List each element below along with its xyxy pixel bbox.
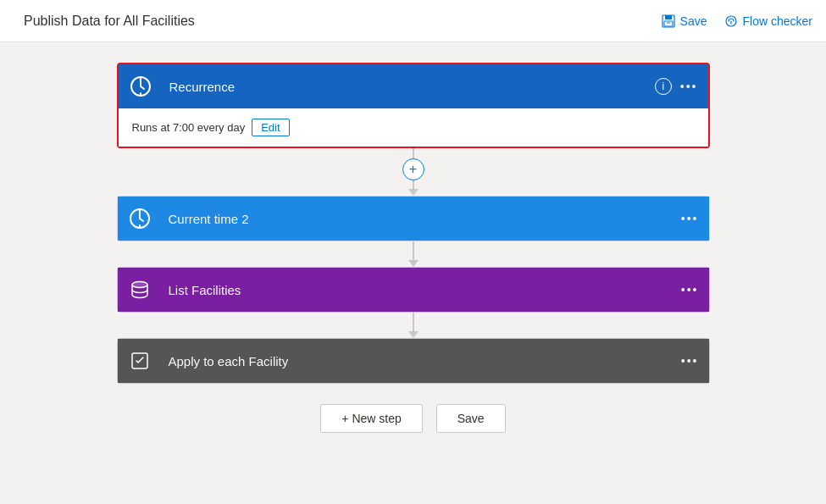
arrow-head-3 [408,331,419,338]
recurrence-body-text: Runs at 7:00 every day [132,121,246,134]
list-facilities-icon [118,268,162,312]
svg-point-12 [132,282,147,288]
apply-each-card[interactable]: Apply to each Facility ••• [117,338,710,384]
recurrence-title: Recurrence [163,80,655,94]
current-time-title: Current time 2 [162,212,681,226]
recurrence-header: Recurrence i ••• [119,64,708,108]
apply-each-more-icon[interactable]: ••• [681,354,699,368]
arrow-head-1 [408,189,419,196]
list-facilities-actions: ••• [681,283,699,296]
save-label: Save [680,14,707,28]
list-facilities-header: List Facilities ••• [118,268,709,312]
svg-rect-1 [665,15,672,19]
apply-each-header: Apply to each Facility ••• [118,339,709,383]
current-time-icon [118,197,162,241]
connector-line-bottom [413,180,414,189]
topbar: Publish Data for All Facilities Save Flo… [0,0,826,42]
current-time-actions: ••• [681,212,699,225]
recurrence-info-icon[interactable]: i [655,78,672,95]
new-step-button[interactable]: + New step [320,404,422,433]
bottom-actions: + New step Save [320,404,505,433]
connector-arrow-3 [408,313,419,338]
current-time-header: Current time 2 ••• [118,197,709,241]
apply-each-actions: ••• [681,354,699,368]
flow-checker-button[interactable]: Flow checker [724,14,812,28]
apply-each-icon [118,339,162,383]
recurrence-body: Runs at 7:00 every day Edit [119,108,708,147]
recurrence-more-icon[interactable]: ••• [680,80,698,93]
connector-arrow-2 [408,241,419,267]
arrow-line-3 [413,313,414,331]
recurrence-icon [119,64,163,108]
arrow-head-2 [408,260,419,267]
flow-canvas: Recurrence i ••• Runs at 7:00 every day … [0,42,826,504]
connector-line-top [413,148,414,158]
current-time-card[interactable]: Current time 2 ••• [117,196,710,241]
recurrence-edit-button[interactable]: Edit [252,119,289,136]
recurrence-card[interactable]: Recurrence i ••• Runs at 7:00 every day … [117,63,710,148]
save-button[interactable]: Save [662,14,707,28]
list-facilities-more-icon[interactable]: ••• [681,283,699,296]
list-facilities-card[interactable]: List Facilities ••• [117,267,710,313]
svg-rect-2 [664,21,673,26]
flow-checker-label: Flow checker [743,14,812,28]
page-title: Publish Data for All Facilities [24,14,651,29]
connector-1: + [117,148,710,196]
apply-each-title: Apply to each Facility [162,354,681,368]
recurrence-actions: i ••• [655,78,698,95]
add-step-button-1[interactable]: + [402,158,424,180]
current-time-more-icon[interactable]: ••• [681,212,699,225]
list-facilities-title: List Facilities [162,283,681,297]
arrow-line-2 [413,241,414,260]
bottom-save-button[interactable]: Save [436,404,506,433]
topbar-actions: Save Flow checker [662,14,812,28]
